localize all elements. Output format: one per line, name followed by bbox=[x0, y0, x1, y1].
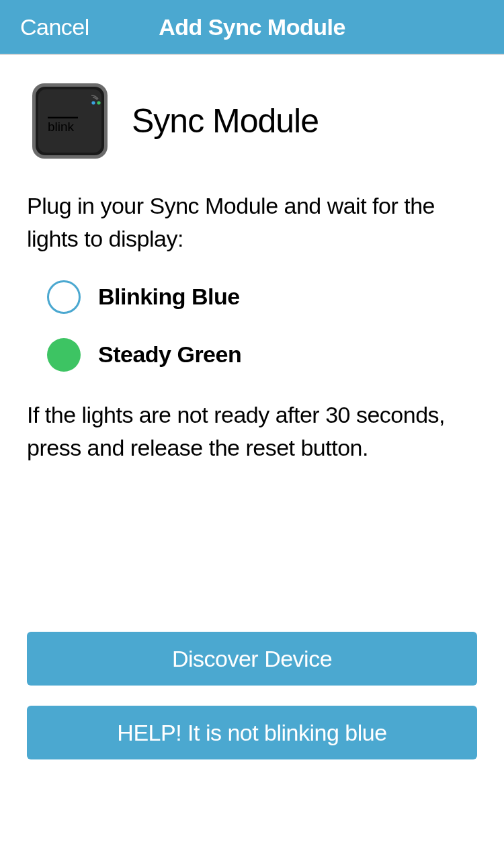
hero-title: Sync Module bbox=[132, 101, 319, 140]
status-label: Blinking Blue bbox=[98, 284, 240, 310]
button-group: Discover Device HELP! It is not blinking… bbox=[27, 632, 477, 780]
svg-point-3 bbox=[91, 101, 95, 104]
instruction-primary: Plug in your Sync Module and wait for th… bbox=[27, 190, 477, 256]
instruction-secondary: If the lights are not ready after 30 sec… bbox=[27, 399, 477, 465]
navbar: Cancel Add Sync Module bbox=[0, 0, 504, 55]
hero-row: blink Sync Module bbox=[31, 82, 477, 160]
svg-point-4 bbox=[97, 101, 100, 104]
cancel-button[interactable]: Cancel bbox=[20, 14, 89, 40]
content: blink Sync Module Plug in your Sync Modu… bbox=[0, 55, 504, 464]
steady-green-indicator-icon bbox=[47, 338, 81, 372]
help-not-blinking-button[interactable]: HELP! It is not blinking blue bbox=[27, 706, 477, 759]
status-row-blinking-blue: Blinking Blue bbox=[47, 280, 477, 314]
sync-module-device-icon: blink bbox=[31, 82, 109, 160]
page-title: Add Sync Module bbox=[159, 14, 345, 40]
status-label: Steady Green bbox=[98, 341, 241, 368]
discover-device-button[interactable]: Discover Device bbox=[27, 632, 477, 686]
svg-text:blink: blink bbox=[48, 120, 75, 134]
status-list: Blinking Blue Steady Green bbox=[47, 280, 477, 372]
status-row-steady-green: Steady Green bbox=[47, 338, 477, 372]
blinking-blue-indicator-icon bbox=[47, 280, 81, 314]
